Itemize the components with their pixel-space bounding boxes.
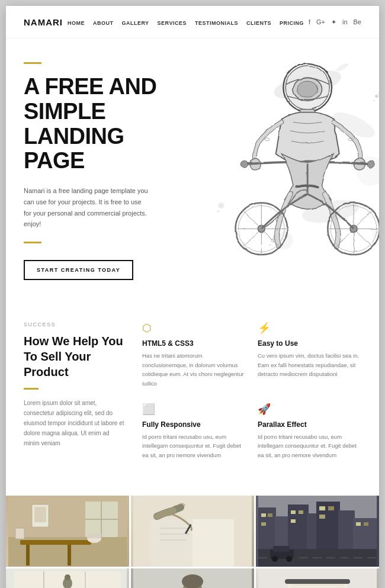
gallery-cell-city[interactable] — [256, 496, 379, 567]
parallax-icon: 🚀 — [258, 403, 361, 416]
gallery-section: N — [6, 496, 379, 588]
hero-divider-bar — [24, 242, 41, 243]
nav-testimonials[interactable]: TESTIMONIALS — [195, 20, 238, 26]
help-layout: SUCCESS How We Help You To Sell Your Pro… — [24, 322, 361, 460]
feature-responsive-desc: Id porro tritani recusabo usu, eum intel… — [142, 432, 246, 460]
svg-rect-72 — [261, 513, 266, 517]
feature-responsive: ⬜ Fully Responsive Id porro tritani recu… — [142, 403, 246, 460]
svg-rect-52 — [87, 534, 101, 538]
help-accent-bar — [24, 388, 38, 390]
help-left-column: SUCCESS How We Help You To Sell Your Pro… — [24, 322, 124, 460]
svg-rect-86 — [273, 546, 290, 552]
svg-rect-77 — [291, 519, 296, 523]
social-links: f G+ ✦ in Be — [309, 18, 361, 26]
responsive-icon: ⬜ — [142, 403, 246, 416]
help-title: How We Help You To Sell Your Product — [24, 333, 124, 380]
social-facebook[interactable]: f — [309, 18, 310, 25]
social-twitter[interactable]: ✦ — [331, 18, 336, 26]
svg-point-31 — [375, 94, 378, 98]
brand-logo[interactable]: NAMARI — [24, 17, 63, 27]
gallery-cell-map[interactable]: N — [6, 568, 129, 588]
svg-rect-76 — [299, 510, 303, 514]
feature-easy: ⚡ Easy to Use Cu vero ipsum vim, doctus … — [258, 322, 361, 388]
svg-rect-80 — [319, 515, 325, 519]
svg-rect-78 — [319, 506, 325, 510]
svg-rect-82 — [364, 522, 368, 526]
feature-easy-title: Easy to Use — [258, 339, 361, 348]
svg-point-87 — [272, 556, 278, 562]
features-grid: ⬡ HTML5 & CSS3 Has ne tritani atomorum c… — [142, 322, 361, 460]
gallery-cell-interior[interactable] — [6, 496, 129, 567]
page-wrapper: NAMARI HOME ABOUT GALLERY SERVICES TESTI… — [6, 6, 379, 588]
svg-rect-81 — [356, 522, 361, 526]
svg-rect-43 — [26, 545, 30, 565]
svg-point-33 — [378, 92, 379, 95]
navbar: NAMARI HOME ABOUT GALLERY SERVICES TESTI… — [6, 6, 379, 38]
hero-title: A FREE AND SIMPLE LANDING PAGE — [24, 75, 349, 173]
hero-description: Namari is a free landing page template y… — [24, 185, 148, 230]
nav-gallery[interactable]: GALLERY — [121, 20, 149, 26]
gallery-cell-writing[interactable] — [131, 496, 254, 567]
social-behance[interactable]: Be — [354, 18, 361, 25]
html5-icon: ⬡ — [142, 322, 246, 335]
svg-rect-49 — [34, 507, 46, 522]
svg-rect-73 — [268, 513, 272, 517]
feature-parallax: 🚀 Parallax Effect Id porro tritani recus… — [258, 403, 361, 460]
hero-content: A FREE AND SIMPLE LANDING PAGE Namari is… — [24, 62, 361, 280]
feature-html5-desc: Has ne tritani atomorum conclusionemque,… — [142, 351, 246, 388]
feature-html5-title: HTML5 & CSS3 — [142, 339, 246, 348]
lightning-icon: ⚡ — [258, 322, 361, 335]
svg-rect-74 — [261, 522, 266, 526]
cta-button[interactable]: START CREATING TODAY — [24, 260, 133, 280]
svg-point-96 — [65, 574, 70, 580]
feature-html5: ⬡ HTML5 & CSS3 Has ne tritani atomorum c… — [142, 322, 246, 388]
hero-accent-bar — [24, 62, 41, 64]
gallery-grid: N — [6, 496, 379, 588]
hero-section: A FREE AND SIMPLE LANDING PAGE Namari is… — [6, 38, 379, 292]
svg-point-16 — [367, 160, 374, 168]
nav-about[interactable]: ABOUT — [93, 20, 114, 26]
gallery-cell-typewriter[interactable] — [256, 568, 379, 588]
help-label: SUCCESS — [24, 322, 124, 327]
nav-home[interactable]: HOME — [68, 20, 85, 26]
feature-responsive-title: Fully Responsive — [142, 420, 246, 429]
help-section: SUCCESS How We Help You To Sell Your Pro… — [6, 292, 379, 484]
social-instagram[interactable]: in — [342, 18, 348, 25]
social-gplus[interactable]: G+ — [316, 18, 325, 25]
feature-parallax-desc: Id porro tritani recusabo usu, eum intel… — [258, 432, 361, 460]
svg-point-88 — [286, 556, 292, 562]
svg-rect-44 — [68, 545, 71, 565]
gallery-cell-person[interactable] — [131, 568, 254, 588]
nav-services[interactable]: SERVICES — [158, 20, 187, 26]
svg-point-32 — [373, 100, 375, 102]
nav-links: HOME ABOUT GALLERY SERVICES TESTIMONIALS… — [68, 17, 304, 27]
svg-rect-115 — [285, 579, 350, 584]
help-description: Lorem ipsum dolor sit amet, consectetur … — [24, 398, 124, 448]
svg-rect-55 — [151, 519, 192, 567]
nav-pricing[interactable]: PRICING — [280, 20, 304, 26]
svg-rect-50 — [15, 528, 24, 539]
nav-clients[interactable]: CLIENTS — [246, 20, 271, 26]
svg-point-104 — [182, 574, 203, 588]
feature-easy-desc: Cu vero ipsum vim, doctus facilisi sea i… — [258, 351, 361, 379]
svg-rect-42 — [20, 540, 91, 545]
feature-parallax-title: Parallax Effect — [258, 420, 361, 429]
svg-rect-79 — [328, 506, 334, 510]
svg-rect-75 — [291, 510, 296, 514]
